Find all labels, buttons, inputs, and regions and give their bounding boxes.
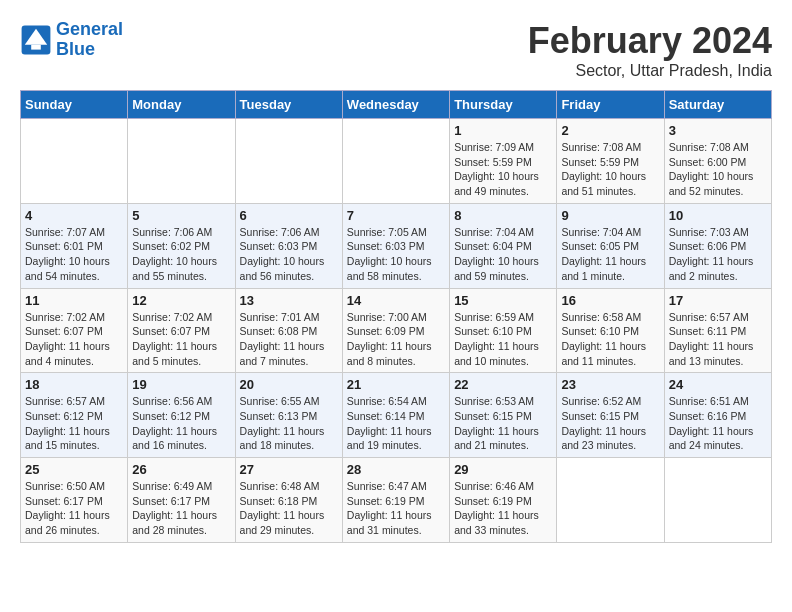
- header: General Blue February 2024 Sector, Uttar…: [20, 20, 772, 80]
- day-detail: Sunrise: 7:09 AM Sunset: 5:59 PM Dayligh…: [454, 140, 552, 199]
- day-detail: Sunrise: 7:06 AM Sunset: 6:03 PM Dayligh…: [240, 225, 338, 284]
- day-number: 18: [25, 377, 123, 392]
- day-number: 24: [669, 377, 767, 392]
- day-number: 5: [132, 208, 230, 223]
- day-detail: Sunrise: 7:05 AM Sunset: 6:03 PM Dayligh…: [347, 225, 445, 284]
- day-detail: Sunrise: 6:53 AM Sunset: 6:15 PM Dayligh…: [454, 394, 552, 453]
- day-detail: Sunrise: 7:07 AM Sunset: 6:01 PM Dayligh…: [25, 225, 123, 284]
- day-detail: Sunrise: 6:52 AM Sunset: 6:15 PM Dayligh…: [561, 394, 659, 453]
- calendar-cell: [664, 458, 771, 543]
- day-detail: Sunrise: 6:57 AM Sunset: 6:12 PM Dayligh…: [25, 394, 123, 453]
- day-number: 28: [347, 462, 445, 477]
- day-number: 21: [347, 377, 445, 392]
- week-row-3: 18Sunrise: 6:57 AM Sunset: 6:12 PM Dayli…: [21, 373, 772, 458]
- calendar-cell: [557, 458, 664, 543]
- day-detail: Sunrise: 7:04 AM Sunset: 6:05 PM Dayligh…: [561, 225, 659, 284]
- calendar-cell: 1Sunrise: 7:09 AM Sunset: 5:59 PM Daylig…: [450, 119, 557, 204]
- calendar-header-row: SundayMondayTuesdayWednesdayThursdayFrid…: [21, 91, 772, 119]
- day-number: 10: [669, 208, 767, 223]
- calendar-cell: 15Sunrise: 6:59 AM Sunset: 6:10 PM Dayli…: [450, 288, 557, 373]
- day-detail: Sunrise: 6:48 AM Sunset: 6:18 PM Dayligh…: [240, 479, 338, 538]
- day-detail: Sunrise: 7:00 AM Sunset: 6:09 PM Dayligh…: [347, 310, 445, 369]
- calendar-cell: [128, 119, 235, 204]
- calendar-cell: 22Sunrise: 6:53 AM Sunset: 6:15 PM Dayli…: [450, 373, 557, 458]
- logo-line1: General: [56, 19, 123, 39]
- calendar-cell: 4Sunrise: 7:07 AM Sunset: 6:01 PM Daylig…: [21, 203, 128, 288]
- day-number: 9: [561, 208, 659, 223]
- title-area: February 2024 Sector, Uttar Pradesh, Ind…: [528, 20, 772, 80]
- calendar-cell: 16Sunrise: 6:58 AM Sunset: 6:10 PM Dayli…: [557, 288, 664, 373]
- day-detail: Sunrise: 6:51 AM Sunset: 6:16 PM Dayligh…: [669, 394, 767, 453]
- svg-rect-2: [31, 45, 41, 50]
- day-detail: Sunrise: 7:02 AM Sunset: 6:07 PM Dayligh…: [132, 310, 230, 369]
- calendar-table: SundayMondayTuesdayWednesdayThursdayFrid…: [20, 90, 772, 543]
- calendar-cell: [342, 119, 449, 204]
- day-header-monday: Monday: [128, 91, 235, 119]
- week-row-2: 11Sunrise: 7:02 AM Sunset: 6:07 PM Dayli…: [21, 288, 772, 373]
- calendar-cell: 25Sunrise: 6:50 AM Sunset: 6:17 PM Dayli…: [21, 458, 128, 543]
- calendar-cell: 17Sunrise: 6:57 AM Sunset: 6:11 PM Dayli…: [664, 288, 771, 373]
- calendar-cell: 11Sunrise: 7:02 AM Sunset: 6:07 PM Dayli…: [21, 288, 128, 373]
- day-number: 15: [454, 293, 552, 308]
- day-number: 26: [132, 462, 230, 477]
- day-detail: Sunrise: 7:08 AM Sunset: 5:59 PM Dayligh…: [561, 140, 659, 199]
- day-header-friday: Friday: [557, 91, 664, 119]
- day-detail: Sunrise: 7:06 AM Sunset: 6:02 PM Dayligh…: [132, 225, 230, 284]
- logo-line2: Blue: [56, 39, 95, 59]
- day-number: 16: [561, 293, 659, 308]
- calendar-cell: 3Sunrise: 7:08 AM Sunset: 6:00 PM Daylig…: [664, 119, 771, 204]
- day-detail: Sunrise: 7:01 AM Sunset: 6:08 PM Dayligh…: [240, 310, 338, 369]
- week-row-0: 1Sunrise: 7:09 AM Sunset: 5:59 PM Daylig…: [21, 119, 772, 204]
- calendar-cell: 18Sunrise: 6:57 AM Sunset: 6:12 PM Dayli…: [21, 373, 128, 458]
- day-header-saturday: Saturday: [664, 91, 771, 119]
- day-number: 7: [347, 208, 445, 223]
- subtitle: Sector, Uttar Pradesh, India: [528, 62, 772, 80]
- day-detail: Sunrise: 6:55 AM Sunset: 6:13 PM Dayligh…: [240, 394, 338, 453]
- calendar-cell: [21, 119, 128, 204]
- calendar-cell: 12Sunrise: 7:02 AM Sunset: 6:07 PM Dayli…: [128, 288, 235, 373]
- day-detail: Sunrise: 6:49 AM Sunset: 6:17 PM Dayligh…: [132, 479, 230, 538]
- day-number: 3: [669, 123, 767, 138]
- day-number: 11: [25, 293, 123, 308]
- calendar-cell: 14Sunrise: 7:00 AM Sunset: 6:09 PM Dayli…: [342, 288, 449, 373]
- month-title: February 2024: [528, 20, 772, 62]
- day-number: 27: [240, 462, 338, 477]
- day-number: 2: [561, 123, 659, 138]
- day-header-sunday: Sunday: [21, 91, 128, 119]
- day-header-tuesday: Tuesday: [235, 91, 342, 119]
- day-header-thursday: Thursday: [450, 91, 557, 119]
- day-number: 4: [25, 208, 123, 223]
- day-detail: Sunrise: 6:46 AM Sunset: 6:19 PM Dayligh…: [454, 479, 552, 538]
- day-number: 19: [132, 377, 230, 392]
- day-number: 23: [561, 377, 659, 392]
- day-number: 25: [25, 462, 123, 477]
- calendar-cell: 26Sunrise: 6:49 AM Sunset: 6:17 PM Dayli…: [128, 458, 235, 543]
- calendar-cell: 21Sunrise: 6:54 AM Sunset: 6:14 PM Dayli…: [342, 373, 449, 458]
- logo: General Blue: [20, 20, 123, 60]
- day-detail: Sunrise: 7:02 AM Sunset: 6:07 PM Dayligh…: [25, 310, 123, 369]
- day-detail: Sunrise: 6:47 AM Sunset: 6:19 PM Dayligh…: [347, 479, 445, 538]
- week-row-4: 25Sunrise: 6:50 AM Sunset: 6:17 PM Dayli…: [21, 458, 772, 543]
- calendar-cell: 20Sunrise: 6:55 AM Sunset: 6:13 PM Dayli…: [235, 373, 342, 458]
- calendar-cell: 27Sunrise: 6:48 AM Sunset: 6:18 PM Dayli…: [235, 458, 342, 543]
- day-number: 6: [240, 208, 338, 223]
- day-detail: Sunrise: 7:04 AM Sunset: 6:04 PM Dayligh…: [454, 225, 552, 284]
- day-number: 14: [347, 293, 445, 308]
- day-detail: Sunrise: 6:50 AM Sunset: 6:17 PM Dayligh…: [25, 479, 123, 538]
- day-detail: Sunrise: 6:58 AM Sunset: 6:10 PM Dayligh…: [561, 310, 659, 369]
- calendar-cell: [235, 119, 342, 204]
- calendar-cell: 2Sunrise: 7:08 AM Sunset: 5:59 PM Daylig…: [557, 119, 664, 204]
- calendar-cell: 19Sunrise: 6:56 AM Sunset: 6:12 PM Dayli…: [128, 373, 235, 458]
- day-detail: Sunrise: 6:56 AM Sunset: 6:12 PM Dayligh…: [132, 394, 230, 453]
- day-number: 17: [669, 293, 767, 308]
- calendar-cell: 13Sunrise: 7:01 AM Sunset: 6:08 PM Dayli…: [235, 288, 342, 373]
- logo-text: General Blue: [56, 20, 123, 60]
- day-detail: Sunrise: 7:03 AM Sunset: 6:06 PM Dayligh…: [669, 225, 767, 284]
- day-detail: Sunrise: 7:08 AM Sunset: 6:00 PM Dayligh…: [669, 140, 767, 199]
- calendar-cell: 8Sunrise: 7:04 AM Sunset: 6:04 PM Daylig…: [450, 203, 557, 288]
- calendar-cell: 24Sunrise: 6:51 AM Sunset: 6:16 PM Dayli…: [664, 373, 771, 458]
- week-row-1: 4Sunrise: 7:07 AM Sunset: 6:01 PM Daylig…: [21, 203, 772, 288]
- calendar-cell: 7Sunrise: 7:05 AM Sunset: 6:03 PM Daylig…: [342, 203, 449, 288]
- day-number: 8: [454, 208, 552, 223]
- logo-icon: [20, 24, 52, 56]
